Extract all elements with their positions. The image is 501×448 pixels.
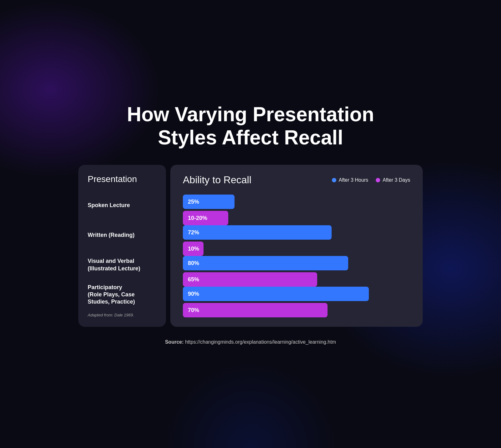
bars-section: 25% 10-20% 72% [183, 195, 410, 317]
bar-group-1: 72% 10% [183, 225, 410, 256]
bar-row-3-0: 90% [183, 287, 410, 301]
bar-group-0: 25% 10-20% [183, 195, 410, 225]
source-note: Adapted from: Dale 1969. [88, 313, 160, 317]
bar-row-1-1: 10% [183, 242, 410, 256]
legend-dot-purple [376, 178, 380, 182]
page-title: How Varying Presentation Styles Affect R… [127, 103, 374, 149]
bar-visual-days: 65% [183, 272, 317, 287]
presentation-item-2: Visual and Verbal(Illustrated Lecture) [88, 250, 160, 280]
main-container: How Varying Presentation Styles Affect R… [78, 103, 423, 345]
right-panel: Ability to Recall After 3 Hours After 3 … [170, 165, 423, 327]
left-panel-title: Presentation [88, 174, 160, 184]
source-url: https://changingminds.org/explanations/l… [185, 339, 336, 345]
bar-participatory-days: 70% [183, 303, 328, 317]
bar-spoken-days: 10-20% [183, 211, 228, 225]
bar-written-hours: 72% [183, 225, 332, 240]
source-label: Source: [165, 339, 184, 345]
bar-row-2-1: 65% [183, 272, 410, 287]
legend-item-hours: After 3 Hours [332, 177, 368, 183]
presentation-item-3: Participatory(Role Plays, CaseStudies, P… [88, 280, 160, 310]
source-footer: Source: https://changingminds.org/explan… [165, 339, 336, 345]
presentation-item-1: Written (Reading) [88, 220, 160, 250]
bar-participatory-hours: 90% [183, 287, 369, 301]
bar-row-3-1: 70% [183, 303, 410, 317]
bar-group-2: 80% 65% [183, 256, 410, 287]
bar-written-days: 10% [183, 242, 204, 256]
bar-row-0-1: 10-20% [183, 211, 410, 225]
legend: After 3 Hours After 3 Days [332, 177, 410, 183]
chart-container: Presentation Spoken Lecture Written (Rea… [78, 165, 423, 327]
bar-visual-hours: 80% [183, 256, 348, 270]
bar-group-3: 90% 70% [183, 287, 410, 317]
bar-row-0-0: 25% [183, 195, 410, 209]
left-panel: Presentation Spoken Lecture Written (Rea… [78, 165, 166, 327]
legend-label-days: After 3 Days [383, 177, 410, 183]
legend-dot-blue [332, 178, 336, 182]
legend-label-hours: After 3 Hours [339, 177, 368, 183]
presentation-item-0: Spoken Lecture [88, 190, 160, 220]
right-header: Ability to Recall After 3 Hours After 3 … [183, 174, 410, 186]
right-panel-title: Ability to Recall [183, 174, 323, 186]
legend-item-days: After 3 Days [376, 177, 410, 183]
bar-spoken-hours: 25% [183, 195, 235, 209]
presentation-items: Spoken Lecture Written (Reading) Visual … [88, 190, 160, 310]
bar-row-1-0: 72% [183, 225, 410, 240]
bar-row-2-0: 80% [183, 256, 410, 270]
